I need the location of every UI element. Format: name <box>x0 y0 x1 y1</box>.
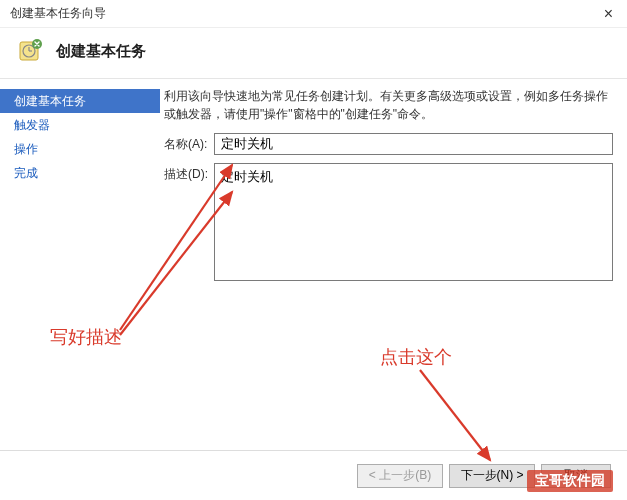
name-input[interactable] <box>214 133 613 155</box>
wizard-icon <box>18 38 44 64</box>
next-button[interactable]: 下一步(N) > <box>449 464 535 488</box>
wizard-content: 利用该向导快速地为常见任务创建计划。有关更多高级选项或设置，例如多任务操作或触发… <box>160 79 627 451</box>
window-title: 创建基本任务向导 <box>10 5 106 22</box>
close-icon[interactable]: × <box>598 5 619 23</box>
sidebar-step-trigger[interactable]: 触发器 <box>0 113 160 137</box>
titlebar: 创建基本任务向导 × <box>0 0 627 28</box>
intro-text: 利用该向导快速地为常见任务创建计划。有关更多高级选项或设置，例如多任务操作或触发… <box>164 87 613 123</box>
cancel-button[interactable]: 取消 <box>541 464 611 488</box>
wizard-footer: < 上一步(B) 下一步(N) > 取消 <box>0 450 627 500</box>
wizard-body: 创建基本任务 触发器 操作 完成 利用该向导快速地为常见任务创建计划。有关更多高… <box>0 79 627 451</box>
desc-row: 描述(D): 定时关机 <box>164 163 613 281</box>
sidebar-step-finish[interactable]: 完成 <box>0 161 160 185</box>
wizard-sidebar: 创建基本任务 触发器 操作 完成 <box>0 79 160 451</box>
sidebar-step-create[interactable]: 创建基本任务 <box>0 89 160 113</box>
wizard-header: 创建基本任务 <box>0 28 627 79</box>
desc-textarea[interactable]: 定时关机 <box>214 163 613 281</box>
page-title: 创建基本任务 <box>56 42 146 61</box>
sidebar-step-action[interactable]: 操作 <box>0 137 160 161</box>
name-row: 名称(A): <box>164 133 613 155</box>
desc-label: 描述(D): <box>164 163 214 183</box>
name-label: 名称(A): <box>164 133 214 153</box>
back-button: < 上一步(B) <box>357 464 443 488</box>
